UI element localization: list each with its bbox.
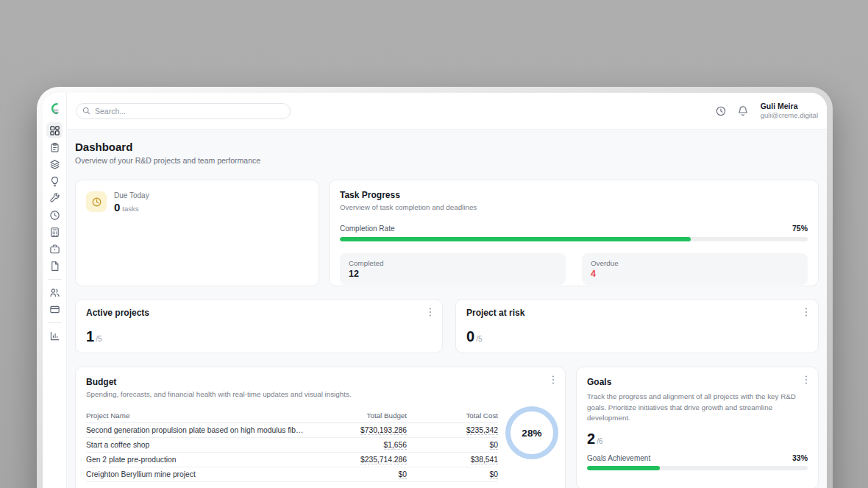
sidebar-item-dashboard[interactable] [46, 122, 63, 138]
project-at-risk-total: /5 [476, 335, 482, 343]
page-title: Dashboard [75, 141, 819, 153]
sidebar-item-portfolio[interactable] [46, 241, 63, 257]
user-email: guli@creme.digital [761, 111, 818, 120]
active-projects-card: Active projects 1/5 [75, 299, 443, 353]
summary-row: Due Today 0tasks Task Progress Overview … [75, 180, 819, 286]
project-at-risk-title: Project at risk [466, 308, 808, 318]
total-cost-value[interactable]: $38,541 [471, 456, 498, 464]
task-progress-subtitle: Overview of task completion and deadline… [340, 203, 808, 211]
bar-chart-icon [49, 330, 60, 342]
goals-total: /6 [597, 437, 602, 445]
total-budget-value[interactable]: $0 [399, 470, 407, 479]
clipboard-icon [49, 142, 60, 153]
kebab-menu-icon[interactable] [802, 375, 811, 385]
search-input[interactable] [95, 107, 284, 116]
dashboard-content: Dashboard Overview of your R&D projects … [67, 130, 827, 488]
total-budget-value[interactable]: $1,656 [384, 441, 408, 450]
document-icon [49, 261, 60, 272]
completion-rate-label: Completion Rate [340, 224, 394, 233]
total-cost-value[interactable]: $0 [490, 470, 498, 479]
total-budget-value[interactable]: $730,193.286 [360, 426, 407, 435]
user-name: Guli Meira [761, 102, 818, 111]
kebab-menu-icon[interactable] [426, 307, 435, 317]
project-name: Start a coffee shop [86, 441, 310, 449]
topbar-right: Guli Meira guli@creme.digital [715, 102, 818, 120]
total-budget-value[interactable]: $235,714.286 [360, 456, 407, 464]
total-cost-value[interactable]: $0 [490, 441, 498, 450]
sidebar: V1.0 [43, 93, 67, 488]
users-icon [49, 287, 60, 298]
clock-icon [49, 210, 60, 221]
sidebar-item-team[interactable] [46, 284, 63, 300]
sidebar-divider [48, 322, 62, 323]
credit-card-icon [49, 304, 60, 315]
goals-progress-fill [587, 466, 660, 470]
active-projects-title: Active projects [86, 308, 432, 318]
completion-progress-fill [340, 237, 691, 241]
goals-title: Goals [587, 377, 808, 387]
search-box[interactable] [76, 103, 291, 119]
kebab-menu-icon[interactable] [549, 375, 558, 385]
completed-value: 12 [349, 269, 557, 279]
main-area: Guli Meira guli@creme.digital Dashboard … [67, 93, 827, 488]
due-today-unit: tasks [122, 205, 138, 213]
sidebar-divider [48, 279, 62, 280]
due-today-label: Due Today [114, 191, 149, 199]
sidebar-item-calculator[interactable] [46, 224, 63, 240]
overdue-label: Overdue [591, 259, 799, 267]
kebab-menu-icon[interactable] [802, 307, 811, 317]
budget-donut-chart: 28% [505, 406, 558, 459]
table-row[interactable]: Gen 2 plate pre-production $235,714.286 … [86, 453, 498, 467]
due-today-clock-icon [86, 191, 107, 212]
budget-subtitle: Spending, forecasts, and financial healt… [86, 390, 555, 398]
sidebar-item-tasks[interactable] [46, 139, 63, 155]
task-progress-title: Task Progress [340, 190, 808, 200]
column-project-name: Project Name [86, 411, 310, 420]
budget-goals-row: Budget Spending, forecasts, and financia… [75, 367, 819, 488]
projects-row: Active projects 1/5 Project at risk [75, 299, 819, 353]
sidebar-item-projects[interactable] [46, 156, 63, 172]
app-window: V1.0 [43, 93, 827, 488]
search-icon [82, 107, 90, 115]
column-total-budget: Total Budget [310, 411, 407, 420]
goals-value: 2 [587, 431, 595, 447]
page-subtitle: Overview of your R&D projects and team p… [75, 156, 819, 165]
due-today-value: 0 [114, 201, 120, 213]
budget-table: Project Name Total Budget Total Cost Sec… [86, 409, 498, 482]
table-row[interactable]: Start a coffee shop $1,656 $0 [86, 438, 498, 453]
project-name: Creighton Beryllium mine project [86, 470, 310, 478]
goals-description: Track the progress and alignment of all … [587, 392, 808, 424]
project-name: Second generation propulsion plate based… [86, 426, 310, 434]
sidebar-item-time-tracking[interactable] [46, 207, 63, 223]
table-row[interactable]: Second generation propulsion plate based… [86, 423, 498, 438]
budget-card: Budget Spending, forecasts, and financia… [75, 367, 566, 488]
calculator-icon [49, 227, 60, 238]
overdue-stat-card: Overdue 4 [582, 253, 808, 285]
sidebar-item-tools[interactable] [46, 190, 63, 206]
completed-stat-card: Completed 12 [340, 253, 566, 285]
project-name: Gen 2 plate pre-production [86, 456, 310, 464]
topbar: Guli Meira guli@creme.digital [67, 93, 827, 130]
layers-icon [49, 159, 60, 170]
due-today-card: Due Today 0tasks [75, 180, 319, 286]
lightbulb-icon [49, 176, 60, 187]
total-cost-value[interactable]: $235,342 [466, 426, 498, 435]
creme-logo-icon [47, 102, 62, 116]
history-icon[interactable] [715, 105, 727, 117]
goals-card: Goals Track the progress and alignment o… [576, 367, 819, 488]
sidebar-item-ideas[interactable] [46, 173, 63, 189]
dashboard-grid-icon [49, 125, 60, 136]
budget-title: Budget [86, 377, 555, 387]
completion-rate-value: 75% [792, 224, 808, 233]
active-projects-total: /5 [96, 335, 102, 343]
table-row[interactable]: Creighton Beryllium mine project $0 $0 [86, 467, 498, 482]
user-menu[interactable]: Guli Meira guli@creme.digital [761, 102, 818, 120]
sidebar-item-documents[interactable] [46, 258, 63, 274]
sidebar-item-billing[interactable] [46, 301, 63, 317]
goals-achievement-pct: 33% [792, 453, 808, 462]
bell-icon[interactable] [737, 105, 749, 117]
goals-progress-bar [587, 466, 808, 470]
completion-progress-bar [340, 237, 808, 241]
wrench-icon [49, 193, 60, 204]
sidebar-item-analytics[interactable] [46, 328, 63, 344]
